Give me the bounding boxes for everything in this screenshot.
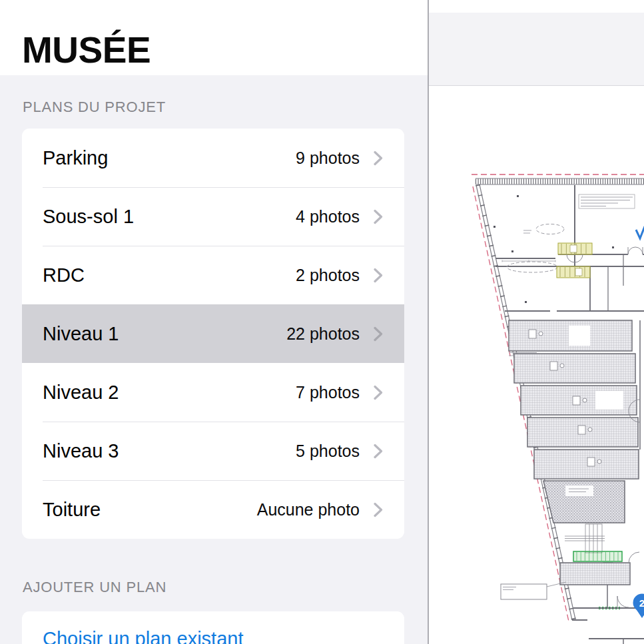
plan-photo-count: 22 photos (286, 324, 360, 344)
plan-photo-count: 4 photos (296, 207, 360, 226)
plan-name: Sous-sol 1 (43, 206, 134, 228)
plan-row-parking[interactable]: Parking 9 photos (22, 129, 404, 187)
chevron-right-icon (374, 444, 383, 459)
chevron-right-icon (374, 209, 383, 224)
plan-row-sous-sol-1[interactable]: Sous-sol 1 4 photos (22, 187, 404, 246)
plan-name: Niveau 2 (43, 382, 119, 404)
plan-row-niveau-1-selected[interactable]: Niveau 1 22 photos (22, 304, 404, 363)
plan-photo-count: 2 photos (296, 266, 360, 285)
plans-section-header: PLANS DU PROJET (23, 99, 428, 115)
plan-row-rdc[interactable]: RDC 2 photos (22, 246, 404, 304)
plan-door-arc (629, 552, 639, 563)
plan-photo-count: 5 photos (296, 442, 360, 461)
add-plan-card: Choisir un plan existant (22, 611, 404, 644)
plans-list-card: Parking 9 photos Sous-sol 1 4 photos RDC… (22, 129, 404, 539)
detail-pane: 2 (429, 0, 644, 644)
blue-check-mark (636, 226, 644, 238)
chevron-right-icon (374, 385, 383, 400)
app-window: MUSÉE PLANS DU PROJET Parking 9 photos S… (0, 0, 644, 644)
plan-double-door (628, 247, 643, 254)
sidebar-header: MUSÉE (0, 0, 428, 75)
plan-name: Toiture (43, 499, 101, 521)
chevron-right-icon (374, 326, 383, 342)
plan-callout-box (501, 582, 566, 599)
detail-navbar (429, 13, 644, 86)
plan-hatched-rooms (509, 320, 640, 479)
status-bar-area (429, 0, 644, 13)
sidebar: MUSÉE PLANS DU PROJET Parking 9 photos S… (0, 0, 428, 644)
floor-plan-canvas[interactable]: 2 (429, 86, 644, 644)
plan-photo-count: 9 photos (296, 149, 360, 168)
chevron-right-icon (374, 151, 383, 166)
photo-pin-count: 2 (639, 597, 644, 609)
plan-photo-count: 7 photos (296, 383, 360, 402)
plan-row-niveau-2[interactable]: Niveau 2 7 photos (22, 363, 404, 422)
choose-existing-plan-label: Choisir un plan existant (43, 628, 243, 644)
plan-row-toiture[interactable]: Toiture Aucune photo (22, 480, 404, 539)
plan-name: Niveau 1 (43, 323, 119, 345)
chevron-right-icon (374, 268, 383, 283)
plan-top-wall (472, 174, 644, 184)
plan-bottom-walls (573, 585, 644, 644)
chevron-right-icon (374, 502, 383, 517)
plan-name: Parking (43, 147, 108, 169)
plan-photo-count: Aucune photo (257, 500, 360, 519)
project-title: MUSÉE (22, 32, 151, 69)
add-plan-section-header: AJOUTER UN PLAN (23, 579, 428, 595)
photo-pin[interactable]: 2 (633, 594, 644, 619)
plan-name: RDC (43, 264, 85, 286)
plan-name: Niveau 3 (43, 440, 119, 462)
plan-lower-hatched-room (560, 563, 630, 585)
revision-cloud (536, 224, 564, 234)
plan-skylight (565, 524, 605, 553)
plan-row-niveau-3[interactable]: Niveau 3 5 photos (22, 422, 404, 480)
floor-plan-image: 2 (429, 86, 644, 644)
plan-terrace-label (565, 485, 593, 496)
sidebar-body: PLANS DU PROJET Parking 9 photos Sous-so… (0, 75, 428, 644)
choose-existing-plan-button[interactable]: Choisir un plan existant (22, 611, 404, 644)
